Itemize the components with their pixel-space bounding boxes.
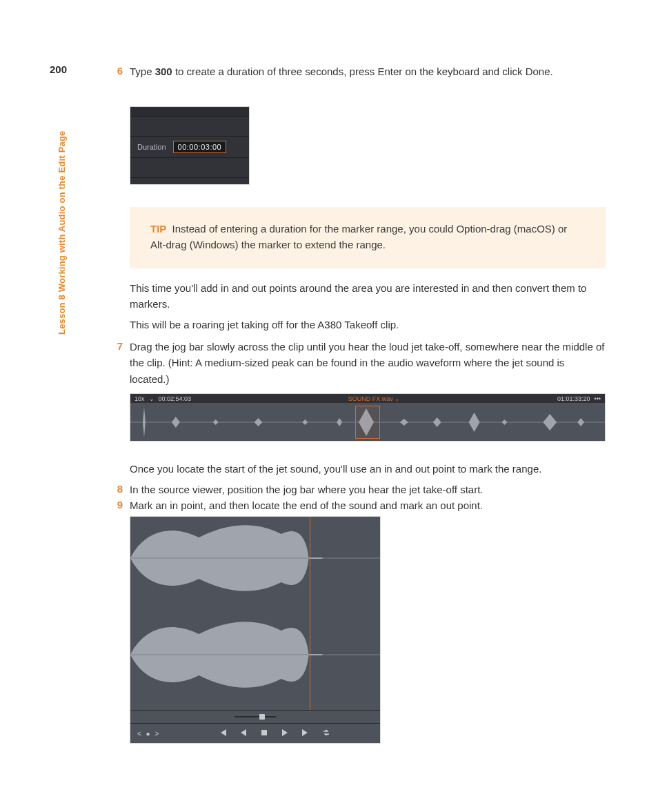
skip-forward-icon [301,727,310,740]
tip-label: TIP [150,223,166,235]
play-icon [281,727,289,740]
step-number-6: 6 [109,65,123,77]
scrub-handle [259,714,265,720]
duration-label: Duration [137,143,166,151]
playhead [310,517,310,710]
tc-left: 00:02:54:03 [159,395,192,402]
play-reverse-icon [239,727,248,740]
zoom-level: 10x [134,395,145,402]
duration-panel-screenshot: Duration 00:00:03:00 [130,106,250,185]
step6-text: Type 300 to create a duration of three s… [130,63,606,79]
skip-back-icon [219,727,227,740]
tip-text: Instead of entering a duration for the m… [150,223,567,250]
step-number-8: 8 [109,483,123,495]
waveform-viewer-screenshot: 10x ⌄ 00:02:54:03 SOUND FX.wav ⌄ 01:01:3… [130,393,606,442]
stop-icon [260,727,268,740]
para-2: This will be a roaring jet taking off fo… [130,317,606,333]
loop-icon [322,727,330,740]
lesson-side-label: Lesson 8 Working with Audio on the Edit … [57,130,67,335]
page-number: 200 [50,63,67,75]
svg-rect-6 [261,730,267,735]
step-number-9: 9 [109,499,123,511]
selection-range [355,406,380,439]
scrub-bar [130,710,380,723]
step-number-7: 7 [109,340,123,352]
tc-right: 01:01:33:20 [557,395,590,402]
duration-value-field: 00:00:03:00 [173,141,227,153]
chevron-down-icon: ⌄ [149,395,154,402]
nav-arrows: < ● > [137,730,160,737]
tip-box: TIP Instead of entering a duration for t… [130,207,606,268]
chevron-down-icon: ⌄ [395,395,400,402]
step9-text: Mark an in point, and then locate the en… [130,497,606,513]
step8-text: In the source viewer, position the jog b… [130,482,606,497]
step7-text: Drag the jog bar slowly across the clip … [130,339,606,387]
more-icon: ••• [595,395,601,402]
clip-name: SOUND FX.wav [348,395,393,402]
para-1: This time you'll add in and out points a… [130,280,606,313]
source-viewer-screenshot: < ● > [130,516,381,744]
para-3: Once you locate the start of the jet sou… [130,461,606,477]
